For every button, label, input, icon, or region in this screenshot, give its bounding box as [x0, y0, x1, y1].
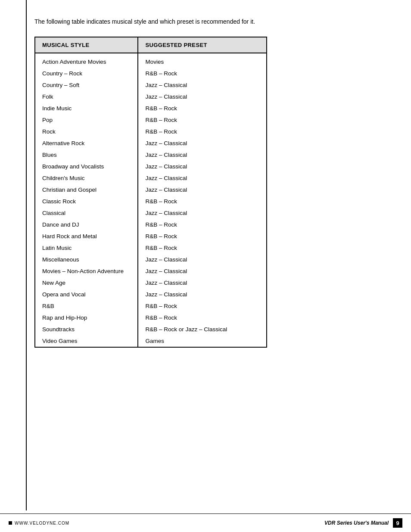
table-cell-style: Soundtracks [35, 324, 138, 335]
table-cell-preset: Jazz – Classical [138, 79, 266, 91]
table-row: FolkJazz – Classical [35, 91, 266, 103]
table-cell-style: Pop [35, 114, 138, 126]
table-row: ClassicalJazz – Classical [35, 207, 266, 219]
footer-website-section: WWW.VELODYNE.COM [9, 521, 324, 526]
table-cell-style: Hard Rock and Metal [35, 230, 138, 242]
table-cell-preset: Jazz – Classical [138, 207, 266, 219]
table-cell-preset: Jazz – Classical [138, 289, 266, 300]
table-row: Dance and DJR&B – Rock [35, 219, 266, 230]
table-cell-preset: R&B – Rock [138, 114, 266, 126]
table-row: Broadway and VocalistsJazz – Classical [35, 161, 266, 172]
music-style-table-wrapper: MUSICAL STYLE SUGGESTED PRESET Action Ad… [34, 37, 267, 348]
table-cell-preset: R&B – Rock [138, 103, 266, 114]
table-header-row: MUSICAL STYLE SUGGESTED PRESET [35, 37, 266, 53]
table-cell-style: Latin Music [35, 242, 138, 254]
table-cell-style: Miscellaneous [35, 254, 138, 265]
table-cell-style: Folk [35, 91, 138, 103]
table-row: BluesJazz – Classical [35, 149, 266, 161]
left-border [26, 0, 27, 510]
page-content: The following table indicates musical st… [0, 0, 411, 366]
table-cell-preset: R&B – Rock [138, 312, 266, 324]
table-cell-preset: R&B – Rock [138, 126, 266, 137]
footer-manual-title: VDR Series User's Manual [324, 520, 389, 526]
table-cell-preset: Jazz – Classical [138, 254, 266, 265]
table-cell-preset: Jazz – Classical [138, 277, 266, 289]
table-cell-preset: R&B – Rock [138, 242, 266, 254]
table-cell-preset: Jazz – Classical [138, 91, 266, 103]
table-row: Video GamesGames [35, 335, 266, 347]
table-cell-style: Alternative Rock [35, 137, 138, 149]
table-cell-style: Children's Music [35, 172, 138, 184]
table-cell-style: Christian and Gospel [35, 184, 138, 196]
table-cell-preset: Jazz – Classical [138, 161, 266, 172]
table-cell-style: Dance and DJ [35, 219, 138, 230]
col-musical-style-header: MUSICAL STYLE [35, 37, 138, 53]
table-cell-style: Blues [35, 149, 138, 161]
intro-paragraph: The following table indicates musical st… [34, 17, 385, 26]
music-style-table: MUSICAL STYLE SUGGESTED PRESET Action Ad… [35, 37, 266, 347]
table-cell-style: R&B [35, 300, 138, 312]
table-cell-style: Broadway and Vocalists [35, 161, 138, 172]
table-row: Christian and GospelJazz – Classical [35, 184, 266, 196]
table-cell-style: Movies – Non-Action Adventure [35, 265, 138, 277]
table-cell-preset: R&B – Rock [138, 230, 266, 242]
table-row: Children's MusicJazz – Classical [35, 172, 266, 184]
footer-square-icon [9, 521, 12, 525]
table-cell-style: New Age [35, 277, 138, 289]
table-cell-preset: R&B – Rock or Jazz – Classical [138, 324, 266, 335]
table-cell-preset: R&B – Rock [138, 68, 266, 79]
page-footer: WWW.VELODYNE.COM VDR Series User's Manua… [0, 513, 411, 532]
table-cell-style: Country – Soft [35, 79, 138, 91]
table-cell-preset: Jazz – Classical [138, 265, 266, 277]
table-cell-style: Classic Rock [35, 196, 138, 207]
table-row: New AgeJazz – Classical [35, 277, 266, 289]
table-cell-style: Video Games [35, 335, 138, 347]
table-row: RockR&B – Rock [35, 126, 266, 137]
table-cell-style: Classical [35, 207, 138, 219]
table-row: Rap and Hip-HopR&B – Rock [35, 312, 266, 324]
table-cell-style: Rock [35, 126, 138, 137]
table-row: Movies – Non-Action AdventureJazz – Clas… [35, 265, 266, 277]
table-cell-style: Opera and Vocal [35, 289, 138, 300]
footer-page-number: 9 [393, 518, 402, 528]
table-row: Hard Rock and MetalR&B – Rock [35, 230, 266, 242]
table-cell-preset: R&B – Rock [138, 219, 266, 230]
table-cell-style: Country – Rock [35, 68, 138, 79]
footer-right-section: VDR Series User's Manual 9 [324, 518, 402, 528]
col-suggested-preset-header: SUGGESTED PRESET [138, 37, 266, 53]
table-row: SoundtracksR&B – Rock or Jazz – Classica… [35, 324, 266, 335]
table-row: Opera and VocalJazz – Classical [35, 289, 266, 300]
table-cell-preset: Jazz – Classical [138, 184, 266, 196]
table-cell-preset: R&B – Rock [138, 196, 266, 207]
table-cell-preset: Jazz – Classical [138, 137, 266, 149]
table-row: MiscellaneousJazz – Classical [35, 254, 266, 265]
table-row: Country – SoftJazz – Classical [35, 79, 266, 91]
table-cell-preset: Games [138, 335, 266, 347]
table-row: Latin MusicR&B – Rock [35, 242, 266, 254]
table-cell-preset: Jazz – Classical [138, 172, 266, 184]
table-cell-style: Rap and Hip-Hop [35, 312, 138, 324]
table-row: Alternative RockJazz – Classical [35, 137, 266, 149]
table-cell-preset: Movies [138, 53, 266, 68]
table-row: Indie MusicR&B – Rock [35, 103, 266, 114]
table-row: Classic RockR&B – Rock [35, 196, 266, 207]
table-cell-preset: Jazz – Classical [138, 149, 266, 161]
table-cell-preset: R&B – Rock [138, 300, 266, 312]
table-row: R&BR&B – Rock [35, 300, 266, 312]
table-row: Action Adventure MoviesMovies [35, 53, 266, 68]
table-row: PopR&B – Rock [35, 114, 266, 126]
table-cell-style: Action Adventure Movies [35, 53, 138, 68]
table-cell-style: Indie Music [35, 103, 138, 114]
table-row: Country – RockR&B – Rock [35, 68, 266, 79]
footer-url-text: WWW.VELODYNE.COM [15, 521, 69, 526]
